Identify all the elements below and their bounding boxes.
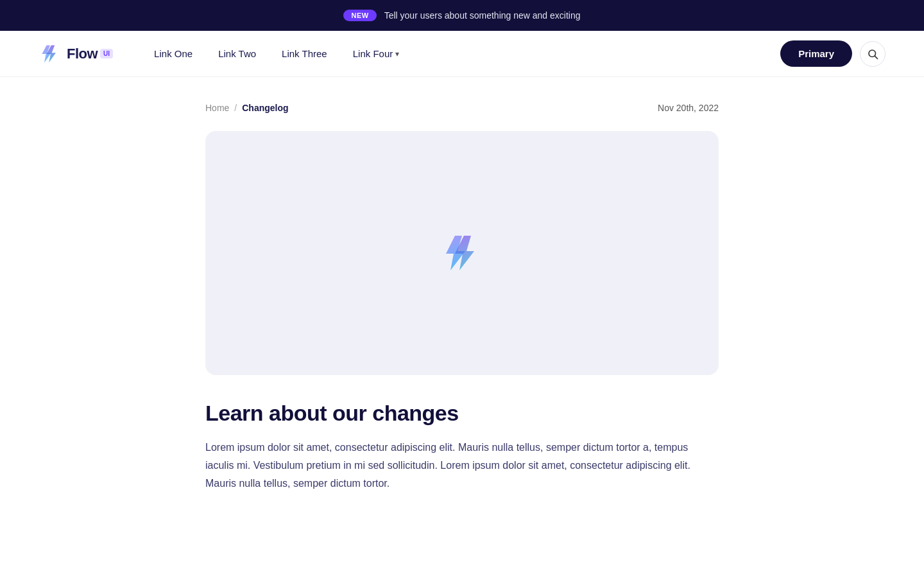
logo[interactable]: Flow UI [38, 42, 113, 66]
nav-link-four[interactable]: Link Four ▾ [343, 43, 410, 64]
logo-icon [38, 42, 62, 66]
article-heading: Learn about our changes [205, 401, 719, 426]
logo-text: Flow UI [67, 46, 113, 62]
nav-link-two[interactable]: Link Two [208, 43, 266, 64]
logo-tag: UI [100, 49, 113, 58]
search-icon [867, 48, 878, 60]
breadcrumb: Home / Changelog Nov 20th, 2022 [205, 103, 719, 113]
article-body: Lorem ipsum dolor sit amet, consectetur … [205, 439, 719, 493]
chevron-down-icon: ▾ [395, 49, 399, 58]
hero-image [205, 131, 719, 375]
announcement-bar: NEW Tell your users about something new … [0, 0, 924, 31]
main-content: Home / Changelog Nov 20th, 2022 [193, 77, 732, 531]
search-button[interactable] [860, 41, 886, 67]
nav-link-three[interactable]: Link Three [271, 43, 338, 64]
logo-name: Flow [67, 46, 98, 62]
announcement-badge: NEW [343, 10, 376, 21]
nav-link-one[interactable]: Link One [144, 43, 203, 64]
breadcrumb-home[interactable]: Home [205, 103, 229, 113]
header-actions: Primary [780, 40, 886, 67]
breadcrumb-separator: / [234, 103, 237, 113]
hero-logo-icon [440, 231, 484, 276]
breadcrumb-date: Nov 20th, 2022 [658, 103, 719, 113]
announcement-text: Tell your users about something new and … [384, 10, 581, 21]
main-nav: Link One Link Two Link Three Link Four ▾ [144, 43, 780, 64]
breadcrumb-left: Home / Changelog [205, 103, 289, 113]
breadcrumb-current: Changelog [242, 103, 288, 113]
svg-line-1 [875, 56, 877, 58]
header: Flow UI Link One Link Two Link Three Lin… [0, 31, 924, 77]
primary-button[interactable]: Primary [780, 40, 852, 67]
